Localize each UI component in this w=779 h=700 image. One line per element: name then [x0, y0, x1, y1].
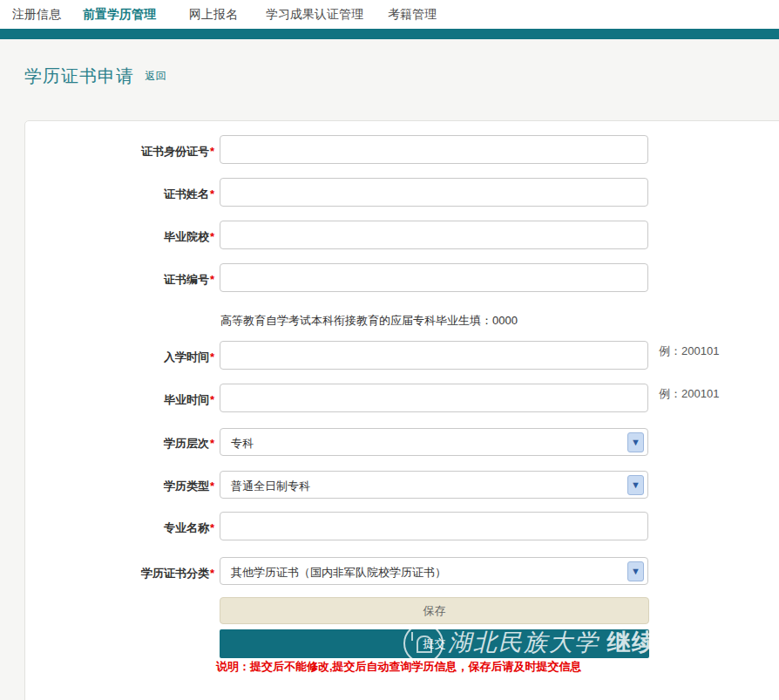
- enrollment-time-input[interactable]: [220, 341, 648, 370]
- required-marker: *: [210, 437, 214, 450]
- field-label-major-name: 专业名称*: [26, 520, 214, 536]
- save-button[interactable]: 保存: [220, 597, 649, 624]
- field-label-certificate-number: 证书编号*: [26, 272, 214, 288]
- field-label-certificate-category: 学历证书分类*: [26, 566, 214, 581]
- nav-item-registration-info[interactable]: 注册信息: [12, 7, 61, 23]
- field-label-education-type: 学历类型*: [26, 479, 214, 494]
- required-marker: *: [210, 521, 214, 534]
- required-marker: *: [210, 230, 214, 243]
- nav-item-prior-education-management[interactable]: 前置学历管理: [83, 7, 156, 23]
- field-label-certificate-id-number: 证书身份证号*: [26, 144, 214, 160]
- certificate-number-input[interactable]: [220, 263, 648, 292]
- nav-item-online-registration[interactable]: 网上报名: [189, 7, 238, 23]
- back-link[interactable]: 返回: [145, 69, 166, 84]
- nav-item-learning-achievement-certification[interactable]: 学习成果认证管理: [266, 7, 363, 23]
- page-title: 学历证书申请: [24, 65, 134, 88]
- enrollment-time-hint: 例：200101: [659, 343, 719, 359]
- title-row: 学历证书申请 返回: [24, 65, 166, 88]
- field-label-certificate-name: 证书姓名*: [26, 187, 214, 202]
- chevron-down-icon[interactable]: ▼: [627, 432, 644, 452]
- required-marker: *: [210, 350, 214, 364]
- certificate-id-number-input[interactable]: [220, 135, 648, 164]
- required-marker: *: [210, 145, 214, 158]
- education-level-selected-value: 专科: [231, 436, 254, 452]
- major-name-input[interactable]: [220, 512, 648, 540]
- required-marker: *: [210, 187, 214, 200]
- field-label-education-level: 学历层次*: [26, 436, 214, 452]
- required-marker: *: [210, 567, 214, 580]
- certificate-category-select[interactable]: 其他学历证书（国内非军队院校学历证书） ▼: [220, 557, 648, 585]
- education-type-selected-value: 普通全日制专科: [231, 479, 310, 494]
- field-label-graduation-school: 毕业院校*: [26, 229, 214, 245]
- submit-button[interactable]: 提交 湖北民族大学 继续教: [220, 629, 649, 658]
- chevron-down-icon[interactable]: ▼: [627, 475, 644, 495]
- top-navigation: 注册信息 前置学历管理 网上报名 学习成果认证管理 考籍管理: [0, 0, 779, 29]
- required-marker: *: [210, 479, 214, 493]
- nav-item-exam-status-management[interactable]: 考籍管理: [388, 7, 437, 23]
- chevron-down-icon[interactable]: ▼: [627, 561, 644, 581]
- submission-warning-note: 说明：提交后不能修改,提交后自动查询学历信息，保存后请及时提交信息: [216, 659, 582, 675]
- graduation-time-hint: 例：200101: [659, 386, 719, 402]
- graduation-time-input[interactable]: [220, 384, 648, 412]
- certificate-category-selected-value: 其他学历证书（国内非军队院校学历证书）: [231, 565, 446, 581]
- certificate-name-input[interactable]: [220, 178, 648, 207]
- required-marker: *: [210, 393, 214, 406]
- self-exam-note: 高等教育自学考试本科衔接教育的应届专科毕业生填：0000: [220, 313, 518, 329]
- education-type-select[interactable]: 普通全日制专科 ▼: [220, 471, 648, 499]
- field-label-graduation-time: 毕业时间*: [26, 392, 214, 408]
- education-level-select[interactable]: 专科 ▼: [220, 428, 648, 456]
- graduation-school-input[interactable]: [220, 221, 648, 249]
- required-marker: *: [210, 273, 214, 286]
- teal-divider-bar: [0, 29, 779, 39]
- field-label-enrollment-time: 入学时间*: [26, 350, 214, 365]
- submit-button-label: 提交: [220, 636, 649, 652]
